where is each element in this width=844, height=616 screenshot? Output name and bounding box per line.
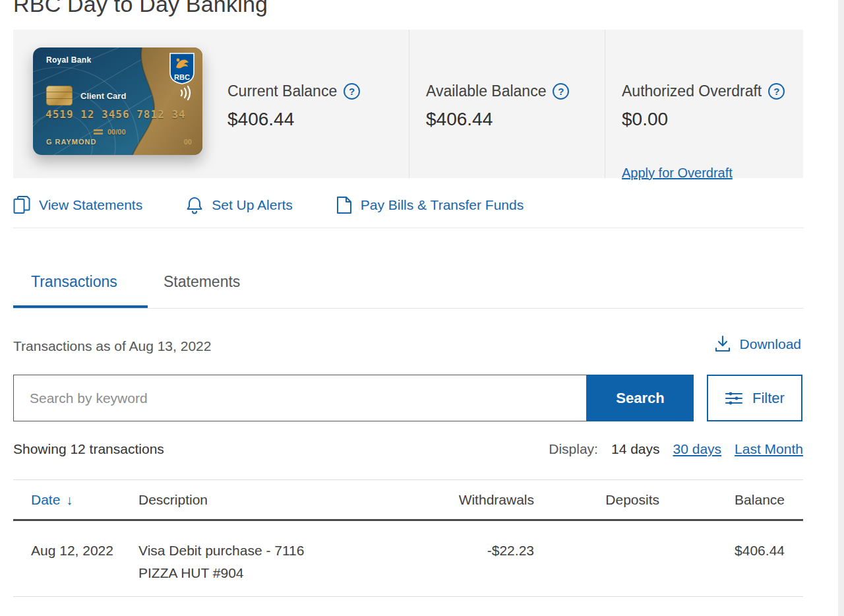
transaction-balance: $406.44 [659, 543, 785, 559]
transactions-as-of-text: Transactions as of Aug 13, 2022 [13, 338, 211, 354]
search-button[interactable]: Search [587, 375, 694, 421]
card-bank-name: Royal Bank [46, 55, 91, 65]
sliders-icon [725, 390, 743, 406]
sort-descending-icon: ↓ [66, 493, 73, 508]
card-type-label: Client Card [80, 91, 126, 101]
table-row: Aug 12, 2022 Visa Debit purchase - 7116 … [13, 521, 803, 597]
statements-icon [13, 196, 30, 214]
transaction-withdrawal: -$22.23 [409, 543, 534, 559]
view-statements-label: View Statements [39, 197, 142, 213]
column-header-withdrawals: Withdrawals [409, 480, 534, 520]
description-line-2: PIZZA HUT #904 [138, 565, 304, 581]
help-icon[interactable]: ? [344, 83, 360, 100]
range-14-days: 14 days [611, 441, 660, 457]
tabs-baseline [13, 308, 803, 309]
account-page: RBC Day to Day Banking [0, 0, 844, 616]
description-line-1: Visa Debit purchase - 7116 [138, 543, 304, 558]
current-balance-value: $406.44 [227, 109, 294, 130]
pay-bills-transfer-label: Pay Bills & Transfer Funds [361, 197, 524, 213]
document-icon [336, 196, 352, 214]
column-header-description: Description [138, 480, 402, 520]
authorized-overdraft-label: Authorized Overdraft [622, 82, 762, 100]
view-statements-link[interactable]: View Statements [13, 196, 142, 214]
current-balance-section: Royal Bank RBC Client Card [13, 30, 409, 178]
current-balance-label: Current Balance [227, 82, 337, 100]
tab-transactions[interactable]: Transactions [31, 273, 117, 291]
column-header-balance: Balance [659, 480, 785, 520]
authorized-overdraft-section: Authorized Overdraft ? $0.00 Apply for O… [605, 30, 803, 178]
scrollbar[interactable] [838, 0, 844, 616]
download-label: Download [740, 336, 801, 352]
help-icon[interactable]: ? [553, 83, 569, 100]
display-range-row: Display: 14 days 30 days Last Month [549, 441, 803, 457]
card-number: 4519 12 3456 7812 34 [45, 108, 195, 121]
card-code: 00 [184, 138, 192, 146]
bell-icon [186, 196, 203, 214]
client-card-image: Royal Bank RBC Client Card [33, 47, 202, 155]
card-chip [46, 86, 73, 106]
apply-for-overdraft-link[interactable]: Apply for Overdraft [622, 166, 733, 181]
transaction-description: Visa Debit purchase - 7116 PIZZA HUT #90… [138, 543, 402, 581]
help-icon[interactable]: ? [768, 83, 785, 100]
tab-statements[interactable]: Statements [164, 273, 240, 291]
available-balance-value: $406.44 [426, 109, 493, 130]
display-label: Display: [549, 441, 598, 457]
download-icon [714, 335, 731, 353]
pay-bills-transfer-link[interactable]: Pay Bills & Transfer Funds [336, 196, 524, 214]
svg-text:RBC: RBC [174, 73, 190, 81]
transaction-date: Aug 12, 2022 [31, 543, 136, 559]
filter-label: Filter [752, 390, 785, 407]
set-up-alerts-label: Set Up Alerts [212, 197, 293, 213]
expiry-label-ticks [94, 129, 103, 136]
quick-links-row: View Statements Set Up Alerts Pay Bills … [13, 193, 803, 217]
table-header: Date ↓ Description Withdrawals Deposits … [13, 479, 803, 521]
set-up-alerts-link[interactable]: Set Up Alerts [186, 196, 293, 214]
card-expiry: 00/00 [107, 128, 126, 136]
column-header-date[interactable]: Date ↓ [31, 480, 136, 520]
available-balance-section: Available Balance ? $406.44 [409, 30, 605, 178]
authorized-overdraft-value: $0.00 [622, 109, 668, 130]
search-input[interactable] [13, 375, 587, 421]
account-summary-panel: Royal Bank RBC Client Card [13, 30, 803, 178]
filter-button[interactable]: Filter [707, 375, 802, 421]
download-link[interactable]: Download [714, 335, 801, 353]
section-divider [13, 228, 803, 228]
contactless-icon [176, 84, 193, 102]
card-holder-name: G RAYMOND [46, 138, 96, 146]
showing-count-text: Showing 12 transactions [13, 441, 164, 457]
column-header-deposits: Deposits [534, 480, 659, 520]
date-header-label: Date [31, 492, 60, 508]
available-balance-label: Available Balance [426, 82, 546, 100]
page-title: RBC Day to Day Banking [13, 0, 268, 17]
range-last-month-link[interactable]: Last Month [735, 441, 803, 457]
rbc-logo: RBC [169, 53, 195, 84]
range-30-days-link[interactable]: 30 days [673, 441, 722, 457]
